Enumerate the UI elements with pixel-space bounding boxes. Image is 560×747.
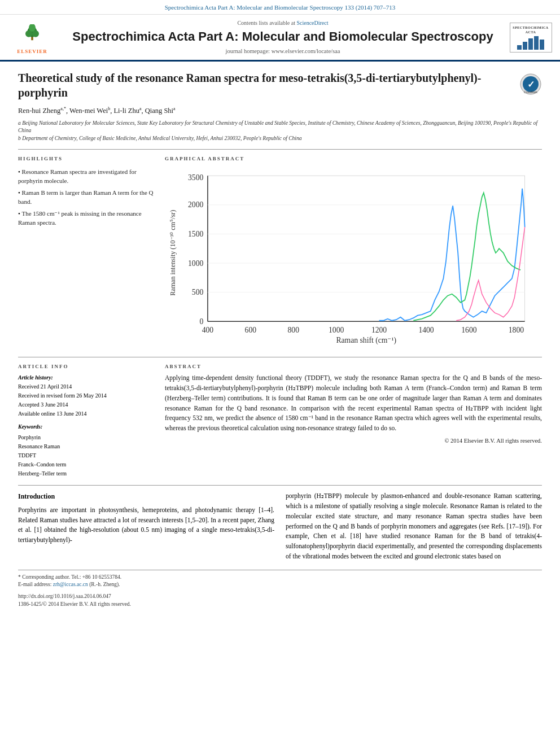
highlight-item-3: The 1580 cm⁻¹ peak is missing in the res… — [18, 209, 154, 228]
article-history: Article history: Received 21 April 2014 … — [18, 373, 154, 418]
crossmark-icon: ✓ CrossMark — [519, 73, 542, 95]
contents-line: Contents lists available at ScienceDirec… — [63, 19, 502, 27]
highlight-item-1: Resonance Raman spectra are investigated… — [18, 167, 154, 186]
divider-1 — [18, 149, 542, 150]
intro-heading: Introduction — [18, 491, 274, 502]
svg-text:3500: 3500 — [188, 173, 203, 181]
highlights-col: HIGHLIGHTS Resonance Raman spectra are i… — [18, 155, 154, 350]
highlight-item-2: Raman B term is larger than Raman A term… — [18, 188, 154, 207]
banner-text: Spectrochimica Acta Part A: Molecular an… — [165, 4, 396, 11]
abstract-copyright: © 2014 Elsevier B.V. All rights reserved… — [165, 437, 542, 445]
graphical-abstract-col: GRAPHICAL ABSTRACT 0 500 1000 — [165, 155, 542, 350]
intro-left-text: Porphyrins are important in photosynthes… — [18, 505, 274, 545]
abstract-label: ABSTRACT — [165, 363, 542, 370]
svg-text:2000: 2000 — [188, 200, 203, 209]
footnote-section: * Corresponding author. Tel.: +86 10 625… — [18, 570, 542, 589]
abstract-text: Applying time-dependent density function… — [165, 373, 542, 434]
doi-link[interactable]: http://dx.doi.org/10.1016/j.saa.2014.06.… — [18, 593, 542, 600]
svg-text:1600: 1600 — [461, 326, 476, 334]
right-logo-box: SPECTROCHIMICA ACTA — [510, 23, 552, 53]
right-logo-title: SPECTROCHIMICA ACTA — [513, 25, 549, 35]
abstract-col: ABSTRACT Applying time-dependent density… — [165, 363, 542, 479]
svg-text:500: 500 — [192, 288, 204, 296]
revised-date: Received in revised form 26 May 2014 — [18, 391, 154, 400]
kw-3: TDDFT — [18, 451, 154, 460]
crossmark-badge: ✓ CrossMark — [519, 73, 542, 95]
article-content: Theoretical study of the resonance Raman… — [0, 62, 560, 617]
email-link[interactable]: zrh@iccas.ac.cn — [53, 582, 88, 587]
kw-4: Franck–Condon term — [18, 460, 154, 469]
chart-container: 0 500 1000 1500 2000 3500 400 600 800 10… — [165, 167, 542, 350]
highlights-label: HIGHLIGHTS — [18, 155, 154, 163]
bar5 — [540, 40, 544, 50]
rights-text: 1386-1425/© 2014 Elsevier B.V. All right… — [18, 601, 542, 608]
authors-line: Ren-hui Zhenga,*, Wen-mei Weib, Li-li Zh… — [18, 106, 542, 116]
top-banner: Spectrochimica Acta Part A: Molecular an… — [0, 0, 560, 15]
right-logo-bars — [513, 36, 549, 50]
kw-2: Resonance Raman — [18, 442, 154, 451]
bar3 — [528, 38, 533, 50]
affiliation-b: b Department of Chemistry, College of Ba… — [18, 135, 542, 142]
history-label: Article history: — [18, 373, 154, 382]
article-info-label: ARTICLE INFO — [18, 363, 154, 370]
svg-rect-9 — [208, 176, 525, 321]
intro-left-col: Introduction Porphyrins are important in… — [18, 491, 274, 562]
graphical-abstract-label: GRAPHICAL ABSTRACT — [165, 155, 542, 163]
doi-links: http://dx.doi.org/10.1016/j.saa.2014.06.… — [18, 593, 542, 608]
elsevier-logo — [10, 20, 55, 46]
kw-5: Herzberg–Teller term — [18, 469, 154, 478]
svg-text:1400: 1400 — [418, 326, 434, 334]
svg-text:1800: 1800 — [509, 326, 524, 334]
accepted-date: Accepted 3 June 2014 — [18, 400, 154, 409]
received-date: Received 21 April 2014 — [18, 382, 154, 391]
journal-logo-right: SPECTROCHIMICA ACTA — [508, 23, 553, 53]
svg-text:1200: 1200 — [371, 326, 387, 334]
footnote-email: E-mail address: zrh@iccas.ac.cn (R.-h. Z… — [18, 581, 542, 588]
svg-text:400: 400 — [202, 326, 214, 334]
affiliations: a Beijing National Laboratory for Molecu… — [18, 120, 542, 142]
bar2 — [523, 42, 527, 50]
svg-text:Raman shift (cm⁻¹): Raman shift (cm⁻¹) — [336, 336, 396, 345]
elsevier-text: ELSEVIER — [17, 48, 47, 55]
raman-chart: 0 500 1000 1500 2000 3500 400 600 800 10… — [165, 167, 542, 347]
bar1 — [517, 45, 522, 50]
svg-text:CrossMark: CrossMark — [524, 90, 538, 94]
journal-center: Contents lists available at ScienceDirec… — [63, 19, 502, 55]
bar4 — [534, 36, 539, 50]
introduction-section: Introduction Porphyrins are important in… — [18, 491, 542, 562]
intro-right-col: porphyrin (H₂TBPP) molecule by plasmon-e… — [286, 491, 542, 562]
journal-header: ELSEVIER Contents lists available at Sci… — [0, 15, 560, 62]
journal-logo-left: ELSEVIER — [7, 20, 58, 55]
sciencedirect-link[interactable]: ScienceDirect — [296, 20, 328, 26]
divider-3 — [18, 485, 542, 486]
kw-1: Porphyrin — [18, 433, 154, 442]
highlights-list: Resonance Raman spectra are investigated… — [18, 167, 154, 228]
info-abstract-row: ARTICLE INFO Article history: Received 2… — [18, 363, 542, 479]
footnote-corresponding: * Corresponding author. Tel.: +86 10 625… — [18, 574, 542, 581]
svg-text:1000: 1000 — [188, 259, 203, 267]
keywords-section: Keywords: Porphyrin Resonance Raman TDDF… — [18, 423, 154, 478]
svg-text:800: 800 — [287, 326, 299, 334]
online-date: Available online 13 June 2014 — [18, 409, 154, 418]
elsevier-tree-icon — [21, 24, 43, 41]
intro-right-text: porphyrin (H₂TBPP) molecule by plasmon-e… — [286, 491, 542, 562]
svg-text:1500: 1500 — [188, 230, 203, 238]
divider-2 — [18, 357, 542, 357]
journal-title: Spectrochimica Acta Part A: Molecular an… — [63, 29, 502, 44]
svg-text:600: 600 — [245, 326, 257, 334]
svg-text:Raman intensity (10⁻³⁰ cm⁵/sr): Raman intensity (10⁻³⁰ cm⁵/sr) — [169, 209, 177, 295]
article-info-col: ARTICLE INFO Article history: Received 2… — [18, 363, 154, 479]
svg-text:✓: ✓ — [527, 80, 535, 89]
article-title: Theoretical study of the resonance Raman… — [18, 71, 514, 100]
highlights-abstract-row: HIGHLIGHTS Resonance Raman spectra are i… — [18, 155, 542, 350]
keywords-label: Keywords: — [18, 423, 154, 431]
svg-text:1000: 1000 — [329, 326, 344, 334]
affiliation-a: a Beijing National Laboratory for Molecu… — [18, 120, 542, 135]
article-title-section: Theoretical study of the resonance Raman… — [18, 71, 542, 100]
svg-text:0: 0 — [199, 317, 203, 325]
journal-homepage: journal homepage: www.elsevier.com/locat… — [63, 47, 502, 56]
